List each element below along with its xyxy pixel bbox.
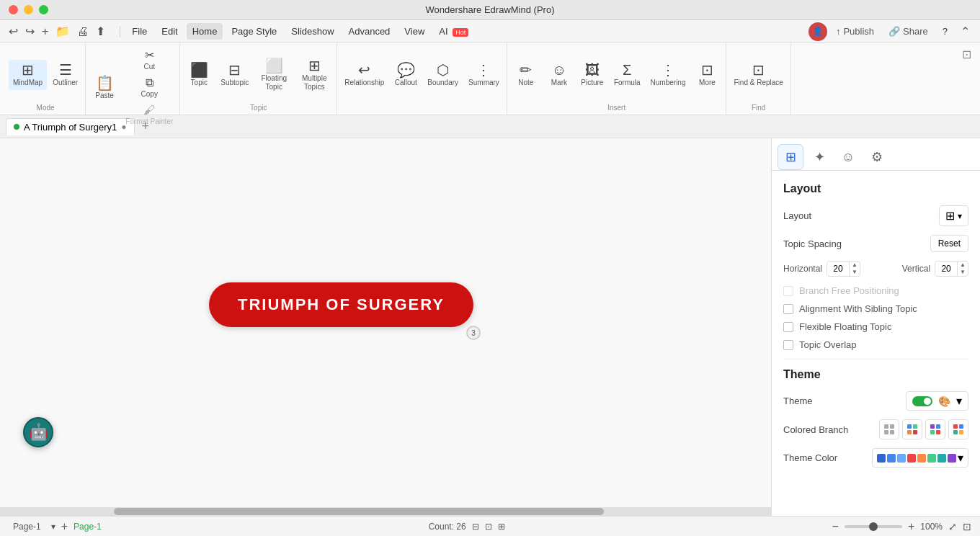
branch-icon-2[interactable]	[902, 419, 922, 439]
menu-page-style[interactable]: Page Style	[226, 23, 282, 40]
central-topic[interactable]: TRIUMPH OF SURGERY	[209, 282, 473, 327]
summary-button[interactable]: ⋮ Summary	[464, 60, 504, 90]
copy-button[interactable]: ⧉ Copy	[122, 75, 177, 101]
more-button[interactable]: ⊡ More	[691, 60, 723, 90]
zoom-slider[interactable]	[845, 525, 902, 528]
menu-view[interactable]: View	[398, 23, 430, 40]
zoom-thumb[interactable]	[869, 522, 878, 531]
menu-home[interactable]: Home	[187, 23, 223, 40]
share-button[interactable]: 🔗 Share	[883, 23, 934, 40]
mindmap-button[interactable]: ⊞ MindMap	[9, 60, 47, 90]
numbering-button[interactable]: ⋮ Numbering	[646, 60, 690, 90]
view-toggle-1[interactable]: ⊟	[472, 522, 479, 532]
fullscreen-button[interactable]: ⤢	[948, 521, 957, 532]
svg-rect-10	[930, 430, 935, 434]
add-page-button[interactable]: +	[61, 520, 68, 533]
redo-button[interactable]: ↪	[22, 23, 37, 40]
flexible-checkbox[interactable]	[783, 322, 793, 332]
overlap-checkbox[interactable]	[783, 340, 793, 350]
menu-advanced[interactable]: Advanced	[343, 23, 396, 40]
page-dropdown-arrow[interactable]: ▾	[51, 522, 55, 532]
subtopic-button[interactable]: ⊟ Subtopic	[216, 60, 253, 90]
callout-button[interactable]: 💬 Callout	[390, 60, 422, 90]
view-toggle-3[interactable]: ⊞	[498, 522, 505, 532]
formula-button[interactable]: Σ Formula	[610, 60, 645, 90]
toolbar-collapse-button[interactable]: ⊡	[962, 48, 971, 61]
panel-tab-settings[interactable]: ⚙	[864, 144, 890, 170]
export-button[interactable]: ⬆	[93, 23, 108, 40]
summary-icon: ⋮	[476, 63, 491, 77]
undo-button[interactable]: ↩	[6, 23, 21, 40]
user-avatar[interactable]: 👤	[808, 22, 827, 41]
color-swatch-2	[887, 454, 896, 463]
branch-icon-4[interactable]	[948, 419, 968, 439]
menu-file[interactable]: File	[126, 23, 153, 40]
status-bar: Page-1 ▾ + Page-1 Count: 26 ⊟ ⊡ ⊞ − + 10…	[0, 516, 980, 536]
reset-button[interactable]: Reset	[930, 235, 968, 252]
view-toggle-2[interactable]: ⊡	[485, 522, 492, 532]
robot-icon: 🤖	[29, 423, 48, 442]
boundary-button[interactable]: ⬡ Boundary	[423, 60, 463, 90]
canvas-area[interactable]: TRIUMPH OF SURGERY 3 🤖	[0, 138, 771, 516]
settings-tab-icon: ⚙	[871, 149, 883, 165]
menu-edit[interactable]: Edit	[156, 23, 183, 40]
find-replace-button[interactable]: ⊡ Find & Replace	[729, 60, 787, 90]
alignment-checkbox[interactable]	[783, 304, 793, 314]
collapse-button[interactable]: ⌃	[956, 23, 974, 40]
overlap-row: Topic Overlap	[783, 339, 968, 350]
panel-tab-style[interactable]: ✦	[806, 144, 832, 170]
spacing-row: Horizontal ▲ ▼ Vertical	[783, 261, 968, 277]
horizontal-down-arrow[interactable]: ▼	[849, 269, 860, 276]
note-button[interactable]: ✏ Note	[510, 60, 542, 90]
maximize-button[interactable]	[39, 5, 48, 14]
zoom-out-button[interactable]: −	[832, 520, 839, 533]
vertical-input[interactable]: ▲ ▼	[935, 261, 968, 277]
publish-button[interactable]: ↑ Publish	[830, 23, 880, 40]
current-tab[interactable]: A Triumph of Surgery1 ●	[6, 118, 135, 135]
vertical-up-arrow[interactable]: ▲	[957, 262, 968, 269]
minimize-button[interactable]	[24, 5, 33, 14]
panel-tab-layout[interactable]: ⊞	[778, 144, 803, 170]
paste-button[interactable]: 📋 Paste	[89, 73, 120, 103]
topic-button[interactable]: ⬛ Topic	[183, 60, 215, 90]
open-button[interactable]: 📁	[53, 23, 73, 40]
outliner-button[interactable]: ☰ Outliner	[48, 60, 82, 90]
relationship-button[interactable]: ↩ Relationship	[340, 60, 388, 90]
format-painter-button[interactable]: 🖌 Format Painter	[122, 102, 177, 128]
multiple-topics-button[interactable]: ⊞ Multiple Topics	[295, 55, 334, 94]
ai-assistant-button[interactable]: 🤖	[23, 417, 53, 447]
print-button[interactable]: 🖨	[74, 24, 92, 40]
cut-button[interactable]: ✂ Cut	[122, 48, 177, 73]
branch-icon-1[interactable]	[879, 419, 899, 439]
vertical-down-arrow[interactable]: ▼	[957, 269, 968, 276]
fit-screen-button[interactable]: ⊡	[963, 521, 971, 532]
branch-free-checkbox[interactable]	[783, 286, 793, 296]
branch-icon-3[interactable]	[925, 419, 945, 439]
svg-rect-9	[936, 424, 940, 429]
mark-button[interactable]: ☺ Mark	[543, 60, 575, 90]
app-title: Wondershare EdrawMind (Pro)	[426, 4, 555, 15]
horizontal-value[interactable]	[827, 262, 849, 275]
horizontal-input[interactable]: ▲ ▼	[827, 261, 860, 277]
main-area: TRIUMPH OF SURGERY 3 🤖 ⊞ ✦	[0, 138, 980, 516]
theme-toggle[interactable]	[912, 396, 932, 406]
new-tab-button[interactable]: +	[39, 24, 51, 40]
active-page-name[interactable]: Page-1	[74, 522, 102, 532]
theme-toggle-control[interactable]: 🎨 ▾	[906, 391, 968, 411]
floating-topic-button[interactable]: ⬜ Floating Topic	[254, 55, 293, 94]
close-button[interactable]	[9, 5, 18, 14]
menu-slideshow[interactable]: Slideshow	[285, 23, 339, 40]
theme-color-swatches[interactable]: ▾	[872, 448, 968, 468]
menu-ai[interactable]: AI Hot	[433, 23, 474, 40]
panel-tab-emoji[interactable]: ☺	[835, 144, 861, 170]
help-button[interactable]: ?	[937, 23, 953, 40]
vertical-value[interactable]	[935, 262, 957, 275]
picture-button[interactable]: 🖼 Picture	[576, 60, 608, 90]
layout-select[interactable]: ⊞ ▾	[939, 205, 968, 226]
horizontal-scrollbar[interactable]	[0, 507, 771, 516]
topic-children-indicator[interactable]: 3	[466, 326, 481, 340]
zoom-in-button[interactable]: +	[908, 520, 914, 533]
page-1-button[interactable]: Page-1	[9, 520, 45, 533]
horizontal-up-arrow[interactable]: ▲	[849, 262, 860, 269]
scrollbar-thumb[interactable]	[114, 508, 604, 515]
